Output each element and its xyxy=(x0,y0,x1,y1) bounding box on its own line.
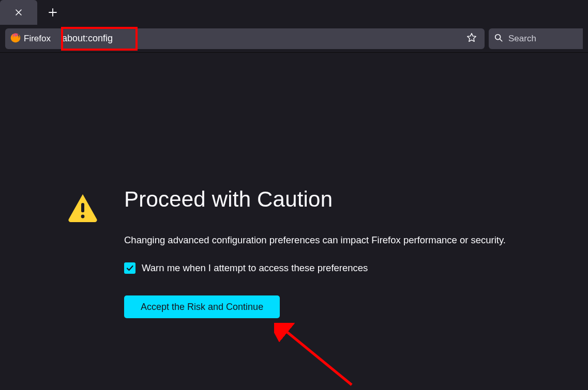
active-tab[interactable] xyxy=(0,0,37,25)
svg-rect-2 xyxy=(81,203,84,212)
page-heading: Proceed with Caution xyxy=(124,187,588,212)
search-icon xyxy=(494,33,503,44)
warning-icon xyxy=(67,193,98,318)
svg-point-1 xyxy=(495,34,501,39)
search-bar[interactable]: Search xyxy=(489,28,583,49)
url-text: about:config xyxy=(55,33,463,44)
identity-box[interactable]: Firefox xyxy=(9,31,55,46)
warn-checkbox-label: Warn me when I attempt to access these p… xyxy=(142,262,368,274)
annotation-arrow xyxy=(274,323,367,390)
page-content: Proceed with Caution Changing advanced c… xyxy=(0,53,588,318)
accept-button[interactable]: Accept the Risk and Continue xyxy=(124,295,280,318)
url-bar[interactable]: Firefox about:config xyxy=(5,28,485,49)
warn-checkbox[interactable] xyxy=(124,262,135,274)
new-tab-button[interactable] xyxy=(43,3,62,22)
close-icon[interactable] xyxy=(14,8,23,17)
search-placeholder: Search xyxy=(508,34,536,44)
bookmark-star-icon[interactable] xyxy=(463,32,480,45)
svg-line-4 xyxy=(283,329,352,385)
svg-point-3 xyxy=(81,215,85,219)
warn-checkbox-row[interactable]: Warn me when I attempt to access these p… xyxy=(124,262,588,274)
page-description: Changing advanced configuration preferen… xyxy=(124,235,588,246)
identity-label: Firefox xyxy=(24,34,51,44)
nav-toolbar: Firefox about:config Search xyxy=(0,25,588,53)
firefox-icon xyxy=(10,33,21,45)
tab-strip xyxy=(0,0,588,25)
